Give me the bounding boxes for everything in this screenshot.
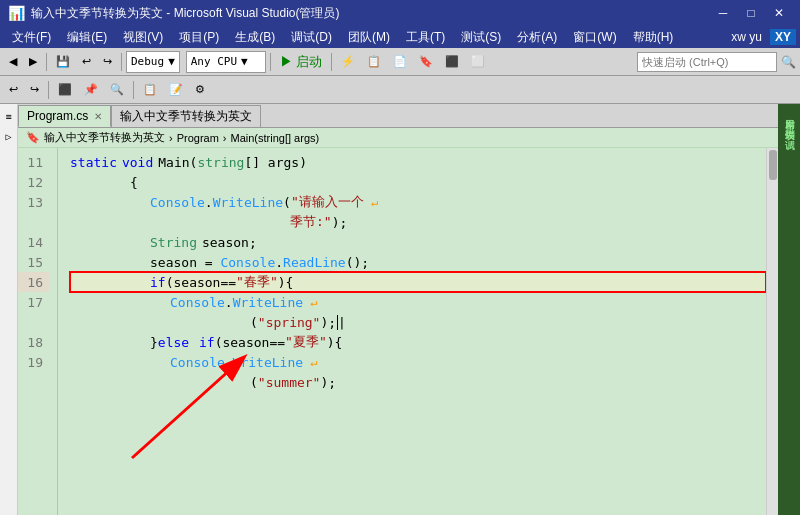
gutter-icon2: ▷: [1, 128, 17, 144]
tab-project[interactable]: 输入中文季节转换为英文: [111, 105, 261, 127]
tab-program-cs[interactable]: Program.cs ✕: [18, 105, 111, 127]
panel-label-2[interactable]: 错误列表: [780, 118, 798, 126]
toolbar-btn6[interactable]: ⬜: [466, 51, 490, 73]
toolbar2-btn5[interactable]: 🔍: [105, 79, 129, 101]
kw-if-18: if: [191, 335, 214, 350]
editor-container: Program.cs ✕ 输入中文季节转换为英文 🔖 输入中文季节转换为英文 ›…: [18, 104, 778, 515]
end-19b: );: [320, 375, 336, 390]
tab-bar: Program.cs ✕ 输入中文季节转换为英文: [18, 104, 778, 128]
ln-19b: [18, 372, 49, 392]
toolbar-btn5[interactable]: ⬛: [440, 51, 464, 73]
close-button[interactable]: ✕: [766, 0, 792, 26]
toolbar2-btn3[interactable]: ⬛: [53, 79, 77, 101]
breadcrumb: 🔖 输入中文季节转换为英文 › Program › Main(string[] …: [18, 128, 778, 148]
close-13b: );: [332, 215, 348, 230]
toolbar2-btn6[interactable]: 📋: [138, 79, 162, 101]
menu-edit[interactable]: 编辑(E): [59, 27, 115, 48]
toolbar2-btn4[interactable]: 📌: [79, 79, 103, 101]
start-button[interactable]: ▶ 启动: [275, 51, 328, 73]
method-main: Main(: [158, 155, 197, 170]
toolbar-btn4[interactable]: 🔖: [414, 51, 438, 73]
toolbar2-btn7[interactable]: 📝: [164, 79, 188, 101]
code-line-14: String season;: [70, 232, 766, 252]
toolbar-btn3[interactable]: 📄: [388, 51, 412, 73]
panel-label-1[interactable]: 窗口布局: [780, 108, 798, 116]
menu-view[interactable]: 视图(V): [115, 27, 171, 48]
str-17b-open: (: [250, 315, 258, 330]
breadcrumb-part3[interactable]: Main(string[] args): [231, 132, 320, 144]
panel-label-3[interactable]: 调试: [780, 128, 798, 136]
writeline-13: WriteLine: [213, 195, 283, 210]
minimize-button[interactable]: ─: [710, 0, 736, 26]
readline-15: ReadLine: [283, 255, 346, 270]
wrap-icon-13: ↵: [364, 195, 378, 209]
quick-launch-input[interactable]: [637, 52, 777, 72]
ln-16: 16: [18, 272, 49, 292]
end-15: ();: [346, 255, 369, 270]
breadcrumb-part2[interactable]: Program: [177, 132, 219, 144]
str-18: "夏季": [285, 333, 327, 351]
wrap-icon-19: ↵: [303, 355, 317, 369]
ln-14: 14: [18, 232, 49, 252]
title-text: 输入中文季节转换为英文 - Microsoft Visual Studio(管理…: [31, 5, 710, 22]
code-line-17: Console . WriteLine ↵: [70, 292, 766, 312]
debug-arrow: ▼: [168, 55, 175, 68]
vertical-scrollbar[interactable]: [766, 148, 778, 515]
console-13: Console: [150, 195, 205, 210]
type-string-14: String: [150, 235, 197, 250]
undo-button[interactable]: ↩: [77, 51, 96, 73]
menu-test[interactable]: 测试(S): [453, 27, 509, 48]
redo-button[interactable]: ↪: [98, 51, 117, 73]
kw-void: void: [122, 155, 153, 170]
menu-file[interactable]: 文件(F): [4, 27, 59, 48]
menu-debug[interactable]: 调试(D): [283, 27, 340, 48]
code-line-15: season = Console . ReadLine ();: [70, 252, 766, 272]
dot-17: .: [225, 295, 233, 310]
code-content[interactable]: static void Main( string [] args) { Cons…: [62, 148, 766, 515]
tab-label-1: Program.cs: [27, 109, 88, 123]
dot-15: .: [275, 255, 283, 270]
toolbar-secondary: ↩ ↪ ⬛ 📌 🔍 📋 📝 ⚙: [0, 76, 800, 104]
code-line-17b: ( "spring" ); |: [70, 312, 766, 332]
breadcrumb-sep2: ›: [223, 132, 227, 144]
platform-label: Any CPU: [191, 55, 237, 68]
toolbar-btn2[interactable]: 📋: [362, 51, 386, 73]
writeline-19: WriteLine: [233, 355, 303, 370]
forward-button[interactable]: ▶: [24, 51, 42, 73]
param-args: [] args): [244, 155, 307, 170]
menu-build[interactable]: 生成(B): [227, 27, 283, 48]
str-19b: "summer": [258, 375, 321, 390]
menu-window[interactable]: 窗口(W): [565, 27, 624, 48]
back-button[interactable]: ◀: [4, 51, 22, 73]
ln-13: 13: [18, 192, 49, 212]
left-gutter: ≡ ▷: [0, 104, 18, 515]
username: xw yu: [731, 30, 762, 44]
toolbar2-btn8[interactable]: ⚙: [190, 79, 210, 101]
scrollbar-thumb[interactable]: [769, 150, 777, 180]
menu-tools[interactable]: 工具(T): [398, 27, 453, 48]
close-18: }: [150, 335, 158, 350]
menu-team[interactable]: 团队(M): [340, 27, 398, 48]
menu-help[interactable]: 帮助(H): [625, 27, 682, 48]
main-area: ≡ ▷ Program.cs ✕ 输入中文季节转换为英文 🔖 输入中文季节转换为…: [0, 104, 800, 515]
toolbar-btn1[interactable]: ⚡: [336, 51, 360, 73]
debug-dropdown[interactable]: Debug ▼: [126, 51, 180, 73]
save-button[interactable]: 💾: [51, 51, 75, 73]
avatar: XY: [770, 29, 796, 45]
ln-17: 17: [18, 292, 49, 312]
menu-project[interactable]: 项目(P): [171, 27, 227, 48]
wrap-icon-17: ↵: [303, 295, 317, 309]
toolbar2-btn1[interactable]: ↩: [4, 79, 23, 101]
breadcrumb-part1[interactable]: 输入中文季节转换为英文: [44, 130, 165, 145]
dot-19: .: [225, 355, 233, 370]
ln-17b: [18, 312, 49, 332]
window-controls: ─ □ ✕: [710, 0, 792, 26]
maximize-button[interactable]: □: [738, 0, 764, 26]
breadcrumb-sep1: ›: [169, 132, 173, 144]
brace-18: ){: [327, 335, 343, 350]
ln-11: 11: [18, 152, 49, 172]
toolbar2-btn2[interactable]: ↪: [25, 79, 44, 101]
menu-analyze[interactable]: 分析(A): [509, 27, 565, 48]
platform-dropdown[interactable]: Any CPU ▼: [186, 51, 266, 73]
tab-close-1[interactable]: ✕: [94, 111, 102, 122]
